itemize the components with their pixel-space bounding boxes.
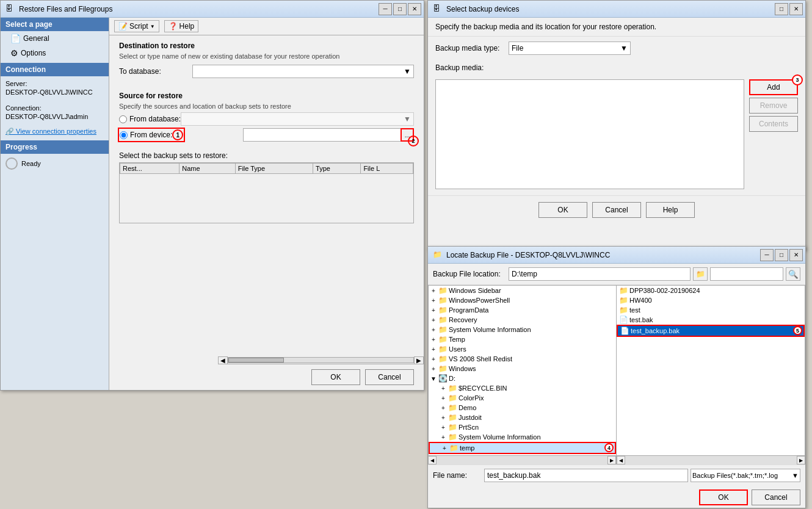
- restore-window-controls[interactable]: ─ □ ✕: [379, 3, 421, 15]
- left-scroll-right[interactable]: ▶: [607, 456, 616, 464]
- filetype-value: Backup Files(*.bak;*.trn;*.log: [692, 472, 778, 479]
- tree-item-system-volume[interactable]: + 📁 System Volume Information: [429, 325, 616, 334]
- backup-devices-ok-button[interactable]: OK: [538, 202, 587, 218]
- tree-item-recovery[interactable]: + 📁 Recovery: [429, 315, 616, 325]
- connection-label2: Connection:: [5, 104, 42, 112]
- restore-minimize-button[interactable]: ─: [379, 3, 392, 15]
- restore-bottom-buttons: OK Cancel: [218, 364, 424, 390]
- backup-devices-cancel-button[interactable]: Cancel: [592, 202, 641, 218]
- restore-hscrollbar[interactable]: ◀ ▶: [218, 356, 424, 364]
- from-device-input[interactable]: [243, 128, 401, 142]
- server-label: Server:: [5, 80, 27, 87]
- right-scroll-left[interactable]: ◀: [617, 456, 625, 464]
- sidebar-item-general[interactable]: 📄 General: [1, 31, 109, 46]
- backup-file-location-input[interactable]: [509, 267, 691, 281]
- tree-item-vs2008[interactable]: + 📁 VS 2008 Shell Redist: [429, 354, 616, 364]
- from-database-radio[interactable]: [119, 115, 127, 123]
- to-database-label: To database:: [119, 67, 192, 76]
- left-file-tree[interactable]: + 📁 Windows Sidebar + 📁 WindowsPowerShel…: [428, 285, 617, 456]
- script-dropdown-arrow: ▼: [150, 24, 155, 29]
- tree-item-prtscn[interactable]: + 📁 PrtScn: [429, 422, 616, 432]
- backup-remove-button[interactable]: Remove: [749, 98, 798, 114]
- from-device-browse-button[interactable]: ... 2: [401, 128, 414, 142]
- view-connection-link[interactable]: 🔗 View connection properties: [1, 125, 109, 138]
- sidebar-item-options[interactable]: ⚙ Options: [1, 46, 109, 60]
- tree-item-system-volume-d[interactable]: + 📁 System Volume Information: [429, 432, 616, 442]
- locate-close-button[interactable]: ✕: [789, 249, 803, 261]
- right-hscroll-track[interactable]: [625, 456, 797, 464]
- locate-action-buttons: OK Cancel: [428, 486, 805, 509]
- backup-devices-help-button[interactable]: Help: [646, 202, 695, 218]
- backup-media-type-value: File: [512, 44, 523, 52]
- locate-folder-browse-button[interactable]: 📁: [693, 267, 708, 281]
- scroll-thumb[interactable]: [228, 358, 284, 363]
- tree-item-windows-sidebar[interactable]: + 📁 Windows Sidebar: [429, 286, 616, 295]
- restore-maximize-button[interactable]: □: [393, 3, 407, 15]
- col-restore: Rest...: [120, 164, 179, 174]
- locate-hscroll[interactable]: ◀ ▶ ◀ ▶: [428, 456, 805, 464]
- backup-file-location-label: Backup File location:: [433, 270, 506, 278]
- right-file-test-backup-bak[interactable]: 📄 test_backup.bak 5: [617, 325, 805, 337]
- locate-ok-button[interactable]: OK: [699, 489, 748, 505]
- tree-item-colorpix[interactable]: + 📁 ColorPix: [429, 393, 616, 403]
- locate-title-icon: 📁: [433, 250, 443, 260]
- right-file-test-folder[interactable]: 📁 test: [617, 305, 805, 315]
- tree-item-justdoit[interactable]: + 📁 Justdoit: [429, 413, 616, 422]
- tree-item-d-drive[interactable]: ▼ 💽 D:: [429, 374, 616, 383]
- backup-action-buttons: Add 3 Remove Contents: [749, 79, 798, 189]
- tree-item-temp-c[interactable]: + 📁 Temp: [429, 334, 616, 344]
- script-label: Script: [129, 22, 148, 31]
- locate-search-button[interactable]: 🔍: [786, 267, 800, 281]
- backup-devices-controls[interactable]: □ ✕: [775, 3, 803, 15]
- backup-media-list[interactable]: [435, 79, 744, 189]
- backup-contents-button[interactable]: Contents: [749, 116, 798, 132]
- backup-devices-maximize-button[interactable]: □: [775, 3, 788, 15]
- scroll-left-btn[interactable]: ◀: [218, 356, 228, 364]
- step-5-badge: 5: [793, 326, 802, 335]
- to-database-row: To database: ▼: [119, 65, 414, 78]
- backup-add-button[interactable]: Add 3: [749, 79, 798, 95]
- left-hscroll-track[interactable]: [437, 456, 607, 464]
- right-scroll-right[interactable]: ▶: [797, 456, 805, 464]
- tree-item-windowspowershell[interactable]: + 📁 WindowsPowerShell: [429, 295, 616, 305]
- locate-search-input[interactable]: [710, 267, 783, 281]
- tree-item-recycle-bin[interactable]: + 📁 $RECYCLE.BIN: [429, 383, 616, 393]
- filetype-arrow: ▼: [792, 472, 799, 479]
- from-device-label: From device:: [130, 131, 172, 139]
- locate-window-controls[interactable]: ─ □ ✕: [760, 249, 803, 261]
- locate-filename-input[interactable]: [484, 469, 688, 482]
- restore-title-text: Restore Files and Filegroups: [19, 5, 379, 13]
- left-scroll-left[interactable]: ◀: [428, 456, 437, 464]
- backup-media-type-dropdown[interactable]: File ▼: [509, 42, 631, 55]
- tree-item-windows[interactable]: + 📁 Windows: [429, 364, 616, 374]
- tree-item-demo[interactable]: + 📁 Demo: [429, 403, 616, 413]
- locate-cancel-button[interactable]: Cancel: [752, 489, 800, 505]
- tree-item-programdata[interactable]: + 📁 ProgramData: [429, 305, 616, 315]
- filetype-dropdown[interactable]: Backup Files(*.bak;*.trn;*.log ▼: [691, 469, 800, 482]
- right-file-list[interactable]: 📁 DPP380-002-20190624 📁 HW400 📁 test 📄 t…: [617, 285, 805, 456]
- right-file-dpp380[interactable]: 📁 DPP380-002-20190624: [617, 286, 805, 295]
- to-database-input[interactable]: ▼: [192, 65, 414, 78]
- help-button[interactable]: ❓ Help: [164, 20, 199, 32]
- locate-title-text: Locate Backup File - DESKTOP-Q8LVVLJ\WIN…: [446, 251, 760, 259]
- search-icon: 🔍: [788, 270, 799, 279]
- scroll-track[interactable]: [228, 357, 414, 363]
- backup-devices-close-button[interactable]: ✕: [789, 3, 803, 15]
- script-button[interactable]: 📝 Script ▼: [114, 20, 159, 32]
- restore-ok-button[interactable]: OK: [311, 369, 360, 385]
- locate-filename-row: File name: Backup Files(*.bak;*.trn;*.lo…: [433, 469, 800, 482]
- tree-item-temp-d[interactable]: + 📁 temp 4: [429, 442, 616, 454]
- from-database-dropdown[interactable]: ▼: [181, 112, 414, 126]
- backup-media-type-label: Backup media type:: [435, 44, 509, 52]
- from-device-radio[interactable]: [120, 131, 128, 139]
- scroll-right-btn[interactable]: ▶: [414, 356, 424, 364]
- locate-maximize-button[interactable]: □: [775, 249, 788, 261]
- restore-cancel-button[interactable]: Cancel: [365, 369, 414, 385]
- tree-item-users[interactable]: + 📁 Users: [429, 344, 616, 354]
- remove-label: Remove: [760, 101, 788, 110]
- locate-minimize-button[interactable]: ─: [760, 249, 774, 261]
- step-1-badge: 1: [172, 129, 183, 140]
- restore-close-button[interactable]: ✕: [408, 3, 421, 15]
- right-file-hw400[interactable]: 📁 HW400: [617, 295, 805, 305]
- right-file-test-bak[interactable]: 📄 test.bak: [617, 315, 805, 325]
